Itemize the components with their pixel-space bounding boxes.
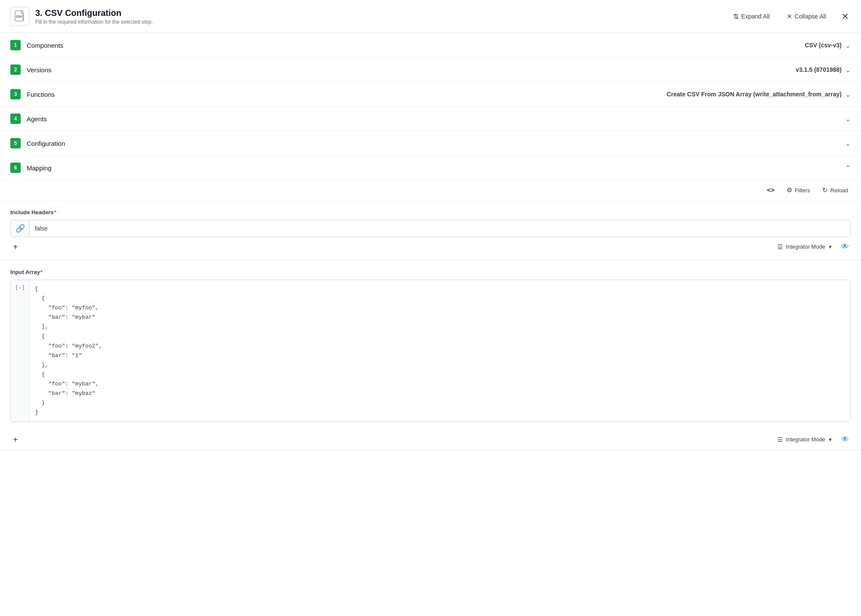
expand-all-icon: ⇅ xyxy=(733,12,739,21)
step-badge-3: 3 xyxy=(10,89,21,99)
include-headers-value[interactable]: false xyxy=(30,222,850,235)
bracket-icon: [-] xyxy=(15,284,25,291)
step-badge-5: 5 xyxy=(10,138,21,148)
reload-button[interactable]: ↻ Reload xyxy=(820,185,851,196)
code-brackets-icon: <> xyxy=(767,186,774,194)
required-asterisk-1: * xyxy=(54,209,56,216)
integrator-mode-icon-2: ☰ xyxy=(777,436,783,443)
expand-all-button[interactable]: ⇅ Expand All xyxy=(730,11,773,22)
bottom-row: + ☰ Integrator Mode ▼ 👁 xyxy=(0,429,861,450)
mapping-toolbar: <> ⚙ Filters ↻ Reload xyxy=(0,180,861,200)
header-left: CSV 3. CSV Configuration Fill in the req… xyxy=(10,7,153,26)
section-label-mapping: Mapping xyxy=(27,164,52,172)
collapse-all-button[interactable]: ✕ Collapse All xyxy=(784,11,830,22)
code-editor-inner: [-] [ { "foo": "myfoo", "bar": "mybar" }… xyxy=(11,280,850,422)
filters-icon: ⚙ xyxy=(787,186,792,194)
section-right-versions: v3.1.5 (8701988) ⌄ xyxy=(796,66,851,74)
include-headers-label: Include Headers* xyxy=(10,209,851,216)
include-headers-input-row: 🔗 false xyxy=(10,220,851,237)
include-headers-section: Include Headers* 🔗 false + ☰ Integrator … xyxy=(0,200,861,260)
section-right-functions: Create CSV From JSON Array (write_attach… xyxy=(667,90,851,99)
section-label-components: Components xyxy=(27,42,63,49)
chevron-down-icon-2: ⌄ xyxy=(845,66,851,74)
add-include-headers-button[interactable]: + xyxy=(10,241,21,253)
section-left-versions: 2 Versions xyxy=(10,65,52,75)
chevron-down-icon-3: ⌄ xyxy=(845,90,851,99)
sections-list: 1 Components CSV (csv-v3) ⌄ 2 Versions v… xyxy=(0,33,861,450)
mapping-header-row[interactable]: 6 Mapping ⌃ xyxy=(0,156,861,180)
section-value-functions: Create CSV From JSON Array (write_attach… xyxy=(667,91,842,98)
input-array-label: Input Array* xyxy=(10,269,851,275)
integrator-mode-button-1[interactable]: ☰ Integrator Mode ▼ xyxy=(774,242,836,252)
svg-text:CSV: CSV xyxy=(16,15,22,18)
csv-icon: CSV xyxy=(10,7,29,26)
add-input-array-button[interactable]: + xyxy=(10,434,21,446)
reload-icon: ↻ xyxy=(822,186,828,194)
step-badge-4: 4 xyxy=(10,114,21,124)
filters-button[interactable]: ⚙ Filters xyxy=(784,185,812,196)
code-content[interactable]: [ { "foo": "myfoo", "bar": "mybar" }, { … xyxy=(30,280,850,422)
page-header: CSV 3. CSV Configuration Fill in the req… xyxy=(0,0,861,33)
dropdown-arrow-2: ▼ xyxy=(828,437,833,442)
eye-button-1[interactable]: 👁 xyxy=(839,240,851,253)
step-badge-6: 6 xyxy=(10,163,21,173)
input-array-editor[interactable]: [-] [ { "foo": "myfoo", "bar": "mybar" }… xyxy=(10,280,851,422)
add-integrator-row-1: + ☰ Integrator Mode ▼ 👁 xyxy=(10,240,851,253)
link-icon-cell: 🔗 xyxy=(11,220,30,237)
integrator-mode-icon: ☰ xyxy=(777,243,783,250)
header-actions: ⇅ Expand All ✕ Collapse All ✕ xyxy=(730,10,851,22)
input-array-section: Input Array* [-] [ { "foo": "myfoo", "ba… xyxy=(0,260,861,429)
reload-label: Reload xyxy=(830,187,848,194)
chevron-down-icon-1: ⌄ xyxy=(845,41,851,49)
eye-icon-1: 👁 xyxy=(841,242,849,251)
section-right-components: CSV (csv-v3) ⌄ xyxy=(805,41,851,49)
dropdown-arrow-1: ▼ xyxy=(828,244,833,249)
section-right-configuration: ⌄ xyxy=(845,139,851,148)
section-label-configuration: Configuration xyxy=(27,140,65,147)
required-asterisk-2: * xyxy=(40,269,43,275)
page-title: 3. CSV Configuration xyxy=(35,8,153,18)
section-row-versions[interactable]: 2 Versions v3.1.5 (8701988) ⌄ xyxy=(0,58,861,82)
section-mapping: 6 Mapping ⌃ <> ⚙ Filters ↻ Reload xyxy=(0,156,861,450)
collapse-all-icon: ✕ xyxy=(787,13,792,20)
expand-all-label: Expand All xyxy=(741,13,770,20)
section-left-configuration: 5 Configuration xyxy=(10,138,65,148)
link-icon: 🔗 xyxy=(15,224,25,233)
integrator-mode-button-2[interactable]: ☰ Integrator Mode ▼ xyxy=(774,434,836,445)
code-view-button[interactable]: <> xyxy=(764,185,777,196)
section-row-functions[interactable]: 3 Functions Create CSV From JSON Array (… xyxy=(0,82,861,107)
eye-button-2[interactable]: 👁 xyxy=(839,433,851,446)
step-badge-1: 1 xyxy=(10,40,21,50)
section-left-agents: 4 Agents xyxy=(10,114,47,124)
collapse-all-label: Collapse All xyxy=(795,13,826,20)
close-button[interactable]: ✕ xyxy=(840,10,851,22)
chevron-down-icon-5: ⌄ xyxy=(845,139,851,148)
chevron-up-icon-6: ⌃ xyxy=(845,164,851,172)
section-right-mapping: ⌃ xyxy=(845,164,851,172)
section-row-configuration[interactable]: 5 Configuration ⌄ xyxy=(0,131,861,156)
filters-label: Filters xyxy=(795,187,810,194)
section-row-components[interactable]: 1 Components CSV (csv-v3) ⌄ xyxy=(0,33,861,58)
section-right-agents: ⌄ xyxy=(842,115,851,123)
section-label-agents: Agents xyxy=(27,115,47,123)
integrator-mode-label: Integrator Mode xyxy=(786,243,825,250)
step-badge-2: 2 xyxy=(10,65,21,75)
section-label-versions: Versions xyxy=(27,66,52,74)
section-row-agents[interactable]: 4 Agents ⌄ xyxy=(0,107,861,131)
page-subtitle: Fill in the required information for the… xyxy=(35,19,153,25)
section-value-versions: v3.1.5 (8701988) xyxy=(796,66,842,73)
section-left-mapping: 6 Mapping xyxy=(10,163,52,173)
code-gutter: [-] xyxy=(11,280,30,422)
section-left-functions: 3 Functions xyxy=(10,89,55,99)
eye-icon-2: 👁 xyxy=(841,435,849,444)
chevron-down-icon-4: ⌄ xyxy=(845,115,851,123)
section-left-components: 1 Components xyxy=(10,40,63,50)
section-value-components: CSV (csv-v3) xyxy=(805,42,842,49)
header-title-group: 3. CSV Configuration Fill in the require… xyxy=(35,8,153,25)
integrator-mode-label-2: Integrator Mode xyxy=(786,436,825,443)
section-label-functions: Functions xyxy=(27,91,55,98)
